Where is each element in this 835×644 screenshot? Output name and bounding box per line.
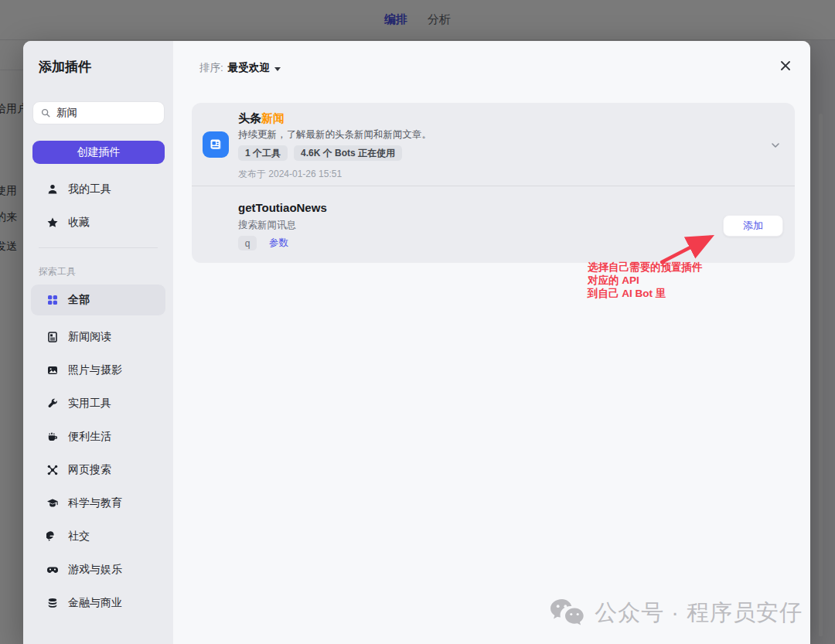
- education-icon: [46, 497, 59, 509]
- sidebar-item-utilities[interactable]: 实用工具: [31, 388, 165, 419]
- search-box[interactable]: [32, 101, 165, 124]
- card-divider: [192, 186, 795, 186]
- plugin-description: 持续更新，了解最新的头条新闻和新闻文章。: [238, 128, 431, 141]
- sidebar-item-label: 全部: [68, 293, 90, 307]
- params-link[interactable]: 参数: [269, 237, 288, 250]
- plugin-list-area: 排序: 最受欢迎 头条新闻 持续更新，了解最新的头条新闻和新闻文章。 1 个工具: [173, 41, 810, 644]
- create-plugin-button[interactable]: 创建插件: [32, 141, 165, 164]
- bots-usage-badge: 4.6K 个 Bots 正在使用: [294, 145, 402, 161]
- watermark-text: 公众号 · 程序员安仔: [595, 598, 803, 629]
- sidebar-item-games-entertainment[interactable]: 游戏与娱乐: [31, 554, 165, 585]
- chevron-down-icon: [274, 67, 281, 71]
- wrench-icon: [46, 397, 59, 410]
- sort-label: 排序:: [199, 61, 223, 75]
- search-input[interactable]: [56, 107, 157, 119]
- plugin-sidebar: 添加插件 创建插件 我的工具 收藏 探索工具: [23, 41, 173, 644]
- chat-icon: [46, 530, 59, 543]
- sidebar-item-photo[interactable]: 照片与摄影: [31, 355, 165, 386]
- sidebar-item-news-reading[interactable]: 新闻阅读: [31, 322, 165, 353]
- collapse-chevron-icon[interactable]: [769, 139, 782, 155]
- sidebar-item-label: 我的工具: [68, 182, 111, 196]
- screen: 编排 分析 给用户 使用 的来 发送 添加插件 创建插件: [0, 0, 835, 644]
- sort-row: 排序: 最受欢迎: [199, 61, 281, 75]
- sidebar-item-label: 金融与商业: [68, 596, 122, 610]
- sidebar-divider: [39, 247, 158, 248]
- sidebar-item-social[interactable]: 社交: [31, 521, 165, 552]
- plugin-logo-icon: [203, 131, 229, 158]
- tool-meta-row: q 参数: [238, 236, 288, 250]
- gamepad-icon: [46, 564, 59, 576]
- sidebar-item-label: 科学与教育: [68, 496, 122, 510]
- coins-icon: [46, 597, 59, 609]
- news-icon: [46, 331, 59, 343]
- add-plugin-modal: 添加插件 创建插件 我的工具 收藏 探索工具: [23, 41, 810, 644]
- sidebar-item-my-tools[interactable]: 我的工具: [31, 174, 165, 205]
- tool-name: getToutiaoNews: [238, 201, 327, 214]
- sidebar-item-web-search[interactable]: 网页搜索: [31, 455, 165, 486]
- wechat-icon: [548, 598, 585, 629]
- sidebar-item-all[interactable]: 全部: [31, 285, 165, 315]
- modal-title: 添加插件: [39, 58, 91, 76]
- web-search-icon: [46, 464, 59, 476]
- sort-value: 最受欢迎: [228, 61, 270, 75]
- sidebar-item-label: 新闻阅读: [68, 330, 111, 344]
- sidebar-item-science-education[interactable]: 科学与教育: [31, 488, 165, 519]
- plugin-title: 头条新闻: [238, 111, 285, 126]
- user-icon: [46, 183, 59, 196]
- sidebar-item-label: 收藏: [68, 216, 90, 230]
- sidebar-item-label: 便利生活: [68, 430, 111, 444]
- param-badge: q: [238, 236, 257, 250]
- add-button[interactable]: 添加: [723, 215, 783, 237]
- tools-count-badge: 1 个工具: [238, 145, 288, 161]
- sort-dropdown[interactable]: 最受欢迎: [228, 61, 281, 75]
- tool-description: 搜索新闻讯息: [238, 219, 296, 232]
- sidebar-item-label: 游戏与娱乐: [68, 563, 122, 577]
- close-button[interactable]: [778, 58, 793, 73]
- publish-date: 发布于 2024-01-26 15:51: [238, 168, 342, 181]
- sidebar-item-label: 实用工具: [68, 397, 111, 411]
- sidebar-item-daily-life[interactable]: 便利生活: [31, 421, 165, 452]
- explore-tools-section-label: 探索工具: [39, 265, 76, 278]
- cup-icon: [46, 431, 59, 443]
- sidebar-item-label: 照片与摄影: [68, 363, 122, 377]
- watermark: 公众号 · 程序员安仔: [548, 598, 803, 629]
- star-icon: [46, 216, 59, 229]
- search-icon: [40, 107, 51, 118]
- sidebar-item-favorites[interactable]: 收藏: [31, 207, 165, 238]
- plugin-badges: 1 个工具 4.6K 个 Bots 正在使用: [238, 145, 402, 161]
- search-match-highlight: 新闻: [261, 111, 285, 124]
- sidebar-item-label: 网页搜索: [68, 463, 111, 477]
- annotation-text: 选择自己需要的预置插件 对应的 API 到自己 AI Bot 里: [588, 261, 703, 300]
- sidebar-item-finance-business[interactable]: 金融与商业: [31, 588, 165, 618]
- sidebar-item-label: 社交: [68, 530, 90, 543]
- close-icon: [779, 60, 792, 72]
- photo-icon: [46, 364, 59, 377]
- grid-icon: [46, 294, 59, 306]
